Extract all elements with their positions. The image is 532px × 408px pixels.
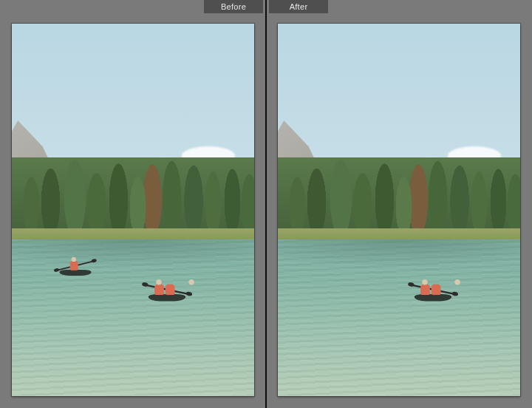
after-panel	[266, 13, 532, 408]
before-tab[interactable]: Before	[204, 0, 263, 13]
kayak-right	[144, 284, 191, 302]
treeline	[12, 157, 254, 239]
tab-spacer	[328, 0, 532, 13]
after-photo[interactable]	[278, 24, 520, 396]
after-tab[interactable]: After	[269, 0, 328, 13]
water	[278, 239, 520, 396]
treeline	[278, 157, 520, 239]
water	[12, 239, 254, 396]
compare-divider[interactable]	[265, 0, 267, 408]
kayak-left	[55, 261, 95, 277]
tab-spacer	[0, 0, 204, 13]
before-photo[interactable]	[12, 24, 254, 396]
before-panel	[0, 13, 266, 408]
kayak-right	[410, 284, 457, 302]
